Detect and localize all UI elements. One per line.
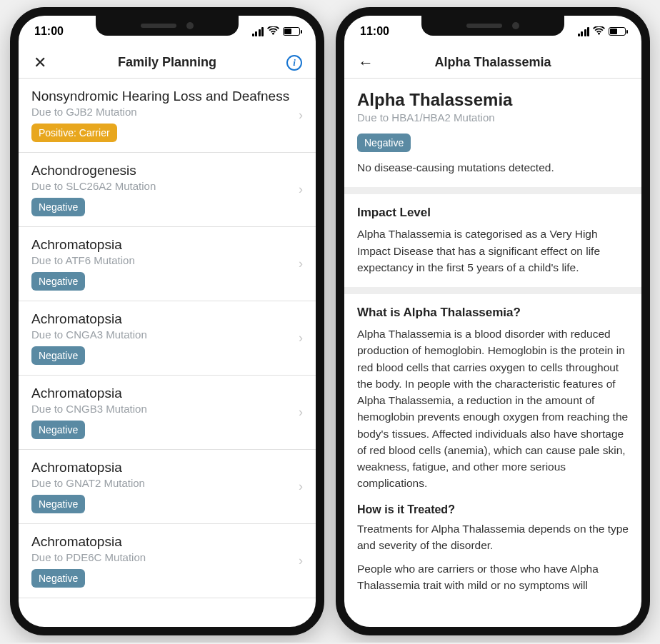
what-heading: What is Alpha Thalassemia? [357, 306, 629, 320]
status-badge: Negative [31, 421, 85, 439]
status-icons [252, 26, 301, 38]
wifi-icon [593, 26, 605, 38]
chevron-right-icon: › [299, 479, 303, 494]
chevron-right-icon: › [299, 331, 303, 346]
back-button[interactable]: ← [354, 51, 377, 74]
signal-icon [578, 27, 590, 36]
impact-text: Alpha Thalassemia is categorised as a Ve… [357, 226, 629, 276]
nav-bar: ✕ Family Planning i [19, 47, 316, 79]
item-subtitle: Due to GNAT2 Mutation [31, 477, 299, 489]
impact-section: Impact Level Alpha Thalassemia is catego… [344, 194, 641, 294]
status-badge: Negative [31, 198, 85, 216]
chevron-right-icon: › [299, 405, 303, 420]
result-text: No disease-causing mutations detected. [357, 159, 629, 176]
list-item[interactable]: AchromatopsiaDue to ATF6 MutationNegativ… [19, 227, 316, 301]
item-subtitle: Due to GJB2 Mutation [31, 106, 299, 118]
close-button[interactable]: ✕ [29, 51, 51, 74]
impact-heading: Impact Level [357, 206, 629, 220]
notch [421, 16, 564, 36]
phone-right: 11:00 ← Alpha Thalassemia Alpha Thalasse… [336, 7, 650, 635]
item-title: Nonsyndromic Hearing Loss and Deafness [31, 89, 299, 104]
battery-icon [609, 27, 626, 36]
item-subtitle: Due to PDE6C Mutation [31, 551, 299, 563]
detail-content[interactable]: Alpha Thalassemia Due to HBA1/HBA2 Mutat… [344, 79, 641, 627]
chevron-right-icon: › [299, 256, 303, 271]
item-subtitle: Due to CNGA3 Mutation [31, 328, 299, 341]
signal-icon [252, 27, 264, 36]
treated-text-1: Treatments for Alpha Thalassemia depends… [357, 520, 629, 554]
list-item[interactable]: AchromatopsiaDue to PDE6C MutationNegati… [19, 524, 316, 598]
chevron-right-icon: › [299, 553, 303, 568]
close-icon: ✕ [34, 54, 46, 72]
camera [512, 22, 519, 29]
status-badge: Negative [31, 272, 85, 291]
item-title: Achondrogenesis [31, 163, 299, 178]
camera [186, 22, 194, 29]
list-item[interactable]: AchromatopsiaDue to GNAT2 MutationNegati… [19, 450, 316, 524]
status-badge: Negative [31, 569, 85, 588]
list-item[interactable]: Nonsyndromic Hearing Loss and DeafnessDu… [19, 79, 316, 153]
chevron-right-icon: › [299, 182, 303, 197]
what-text: Alpha Thalassemia is a blood disorder wi… [357, 326, 629, 492]
item-title: Achromatopsia [31, 386, 299, 401]
detail-subtitle: Due to HBA1/HBA2 Mutation [357, 111, 629, 124]
list-item[interactable]: AchromatopsiaDue to CNGA3 MutationNegati… [19, 301, 316, 376]
chevron-right-icon: › [299, 108, 303, 123]
detail-title: Alpha Thalassemia [357, 90, 629, 110]
treated-heading: How is it Treated? [357, 503, 629, 516]
item-title: Achromatopsia [31, 237, 299, 253]
item-title: Achromatopsia [31, 311, 299, 327]
phone-left: 11:00 ✕ Family Planning i Nonsyndromic H… [10, 7, 324, 635]
treated-text-2: People who are carriers or those who hav… [357, 560, 629, 594]
item-title: Achromatopsia [31, 534, 299, 550]
item-subtitle: Due to SLC26A2 Mutation [31, 180, 299, 192]
item-subtitle: Due to CNGB3 Mutation [31, 403, 299, 415]
info-button[interactable]: i [283, 51, 306, 74]
status-badge: Negative [31, 346, 85, 365]
about-section: What is Alpha Thalassemia? Alpha Thalass… [344, 294, 641, 605]
status-icons [578, 26, 626, 38]
page-title: Alpha Thalassemia [377, 55, 609, 70]
list-item[interactable]: AchromatopsiaDue to CNGB3 MutationNegati… [19, 376, 316, 450]
nav-spacer [609, 51, 631, 74]
status-time: 11:00 [360, 25, 389, 38]
battery-icon [283, 27, 300, 36]
back-arrow-icon: ← [358, 54, 374, 72]
nav-bar: ← Alpha Thalassemia [344, 47, 641, 79]
status-badge: Positive: Carrier [31, 124, 117, 142]
item-subtitle: Due to ATF6 Mutation [31, 254, 299, 266]
status-badge: Negative [31, 495, 85, 513]
status-badge: Negative [357, 134, 411, 152]
detail-header-section: Alpha Thalassemia Due to HBA1/HBA2 Mutat… [344, 79, 641, 194]
speaker [141, 24, 176, 28]
wifi-icon [267, 26, 279, 38]
speaker [466, 24, 502, 28]
item-title: Achromatopsia [31, 460, 299, 476]
info-icon: i [286, 55, 302, 71]
list-item[interactable]: AchondrogenesisDue to SLC26A2 MutationNe… [19, 153, 316, 227]
page-title: Family Planning [51, 55, 283, 70]
status-time: 11:00 [34, 25, 64, 38]
notch [96, 16, 239, 36]
results-list[interactable]: Nonsyndromic Hearing Loss and DeafnessDu… [19, 79, 316, 627]
